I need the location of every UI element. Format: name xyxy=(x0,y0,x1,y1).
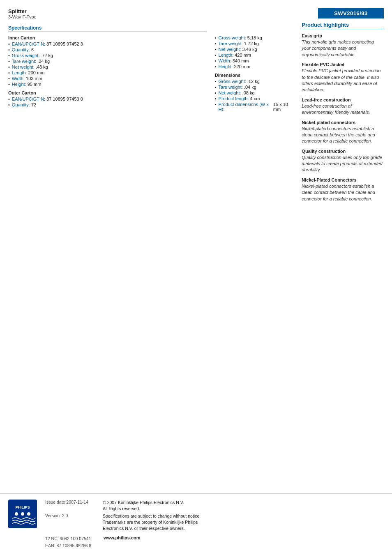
footer-nc: 12 NC: 9082 100 07541 xyxy=(45,535,91,542)
spec-value: 95 mm xyxy=(28,82,42,87)
spec-value: 103 mm xyxy=(26,76,42,81)
footer-row-issue: Issue date 2007-11-14 © 2007 Koninklijke… xyxy=(45,500,384,511)
spec-label: Quantity: xyxy=(12,47,30,52)
spec-value: 1.72 kg xyxy=(244,41,259,46)
spec-value: 4 cm xyxy=(250,96,260,101)
spec-label: EAN/UPC/GTIN: xyxy=(12,97,45,101)
inner-carton-title: Inner Carton xyxy=(8,35,207,40)
right-col-top-list: Gross weight: 5.18 kg Tare weight: 1.72 … xyxy=(215,35,295,69)
spec-label: Height: xyxy=(219,64,233,69)
spec-value: 340 mm xyxy=(233,58,249,63)
spec-value: 5.18 kg xyxy=(247,35,262,40)
svg-point-3 xyxy=(21,512,24,516)
specifications-title: Specifications xyxy=(8,25,207,32)
footer-meta: Issue date 2007-11-14 © 2007 Koninklijke… xyxy=(45,500,384,549)
spec-label: Gross weight: xyxy=(219,79,246,84)
spec-value: 6 xyxy=(31,47,34,52)
list-item: Height: 95 mm xyxy=(8,81,207,87)
spec-label: Height: xyxy=(12,82,26,87)
highlight-desc: Flexible PVC jacket provided protection … xyxy=(302,68,384,93)
highlight-item-nickel-plated: Nickel-plated connectors Nickel-plated c… xyxy=(302,120,384,145)
spec-label: Net weight: xyxy=(12,64,35,69)
spec-label: Quantity: xyxy=(12,102,30,107)
list-item: Gross weight: 5.18 kg xyxy=(215,35,295,41)
spec-label: Length: xyxy=(12,70,27,75)
footer: PHILIPS Issue date 2007-11-14 © 2007 Kon… xyxy=(0,493,392,555)
spec-value: .72 kg xyxy=(41,53,53,58)
highlight-name: Nickel-plated connectors xyxy=(302,120,384,125)
spec-value: 420 mm xyxy=(235,53,251,58)
spec-label: Tare weight: xyxy=(12,59,36,64)
spec-value: 72 xyxy=(31,102,36,107)
list-item: Net weight: .08 kg xyxy=(215,90,295,96)
spec-label: Product length: xyxy=(219,96,249,101)
middle-specs: Gross weight: 5.18 kg Tare weight: 1.72 … xyxy=(215,22,300,206)
spec-value: .04 kg xyxy=(244,85,256,90)
svg-text:PHILIPS: PHILIPS xyxy=(15,505,30,509)
highlight-name: Nickel-Plated Connectors xyxy=(302,177,384,182)
dimensions-list: Gross weight: .12 kg Tare weight: .04 kg… xyxy=(215,78,295,112)
footer-version-label: Version: 2.0 xyxy=(45,513,99,531)
highlight-item-easy-grip: Easy grip This non-slip grip makes conne… xyxy=(302,33,384,58)
page: Splitter 3-Way F-Type Specifications Inn… xyxy=(0,0,392,555)
spec-label: Width: xyxy=(219,58,231,63)
highlight-desc: Nickel-plated connectors establish a cle… xyxy=(302,183,384,202)
list-item: Quantity: 72 xyxy=(8,102,207,108)
footer-ean: EAN: 87 10895 95266 8 xyxy=(45,542,91,549)
spec-label: Gross weight: xyxy=(12,53,39,58)
list-item: Height: 220 mm xyxy=(215,64,295,69)
highlights-column: Product highlights Easy grip This non-sl… xyxy=(299,22,384,206)
spec-value: 220 mm xyxy=(234,64,250,69)
highlight-name: Lead-free construction xyxy=(302,97,384,102)
product-title-area: Splitter 3-Way F-Type xyxy=(8,8,207,19)
list-item: Net weight: .48 kg xyxy=(8,64,207,70)
highlight-name: Quality construction xyxy=(302,149,384,154)
product-subtype: 3-Way F-Type xyxy=(8,14,207,19)
left-column: Splitter 3-Way F-Type Specifications Inn… xyxy=(8,8,215,493)
spec-label: Tare weight: xyxy=(219,85,243,90)
spec-label: EAN/UPC/GTIN: xyxy=(12,41,45,46)
highlight-name: Flexible PVC Jacket xyxy=(302,62,384,67)
footer-logo: PHILIPS xyxy=(8,500,37,529)
spec-label: Tare weight: xyxy=(219,41,243,46)
list-item: Quantity: 6 xyxy=(8,47,207,53)
spec-label: Product dimensions (W x H): xyxy=(219,102,272,112)
highlight-desc: Nickel-plated connectors establish a cle… xyxy=(302,126,384,145)
spec-label: Width: xyxy=(12,76,25,81)
list-item: Length: 200 mm xyxy=(8,70,207,76)
dimensions-title: Dimensions xyxy=(215,73,295,78)
highlight-item-lead-free: Lead-free construction Lead-free constru… xyxy=(302,97,384,116)
spec-value: .48 kg xyxy=(36,64,48,69)
product-name: Splitter xyxy=(8,8,207,14)
spec-value: 200 mm xyxy=(28,70,45,75)
middle-right-layout: Gross weight: 5.18 kg Tare weight: 1.72 … xyxy=(215,22,384,206)
spec-value: 15 x 10 mm xyxy=(273,102,295,112)
outer-carton-list: EAN/UPC/GTIN: 87 10895 97453 0 Quantity:… xyxy=(8,96,207,108)
list-item: EAN/UPC/GTIN: 87 10895 97452 3 xyxy=(8,41,207,47)
footer-nc-ean: 12 NC: 9082 100 07541 EAN: 87 10895 9526… xyxy=(45,535,91,549)
list-item: Tare weight: .04 kg xyxy=(215,84,295,90)
footer-issue-label: Issue date 2007-11-14 xyxy=(45,500,99,511)
highlight-item-nickel-plated-2: Nickel-Plated Connectors Nickel-plated c… xyxy=(302,177,384,202)
list-item: Product length: 4 cm xyxy=(215,96,295,101)
inner-carton-list: EAN/UPC/GTIN: 87 10895 97452 3 Quantity:… xyxy=(8,41,207,87)
spec-value: .12 kg xyxy=(247,79,260,84)
list-item: EAN/UPC/GTIN: 87 10895 97453 0 xyxy=(8,96,207,102)
footer-website: www.philips.com xyxy=(104,535,140,549)
spec-label: Gross weight: xyxy=(219,35,246,40)
svg-point-2 xyxy=(15,512,18,516)
highlight-item-quality: Quality construction Quality constructio… xyxy=(302,149,384,173)
spec-value: .08 kg xyxy=(242,90,255,95)
spec-value: .24 kg xyxy=(37,59,50,64)
list-item: Tare weight: 1.72 kg xyxy=(215,41,295,46)
outer-carton-title: Outer Carton xyxy=(8,90,207,95)
list-item: Gross weight: .72 kg xyxy=(8,53,207,58)
list-item: Gross weight: .12 kg xyxy=(215,78,295,84)
philips-logo-svg: PHILIPS xyxy=(8,500,37,528)
footer-row-version: Version: 2.0 Specifications are subject … xyxy=(45,513,384,531)
spec-label: Net weight: xyxy=(219,47,241,52)
list-item: Width: 103 mm xyxy=(8,76,207,81)
list-item: Length: 420 mm xyxy=(215,52,295,58)
right-panel: SWV2016/93 Gross weight: 5.18 kg Tare we… xyxy=(215,8,384,493)
footer-version-value: Specifications are subject to change wit… xyxy=(103,513,201,531)
